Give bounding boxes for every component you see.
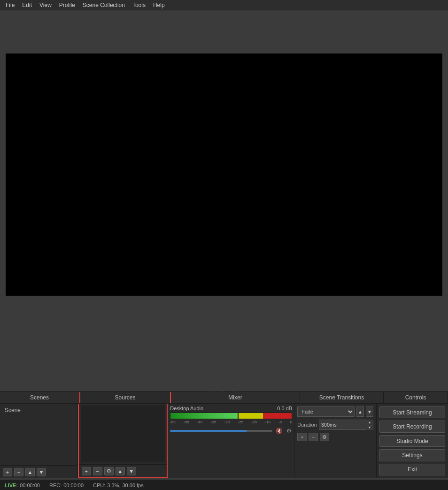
sources-remove-button[interactable]: − xyxy=(93,467,102,475)
menu-file[interactable]: File xyxy=(2,1,18,9)
mixer-channel-desktop: Desktop Audio 0.0 dB -60 -55 -40 -35 -30… xyxy=(170,406,292,435)
controls-panel-header: Controls xyxy=(384,392,448,403)
duration-spinners: ▲ ▼ xyxy=(366,420,373,430)
menu-view[interactable]: View xyxy=(36,1,55,9)
sources-settings-button[interactable]: ⚙ xyxy=(104,467,114,475)
cpu-label: CPU: xyxy=(93,482,105,488)
volume-fill xyxy=(170,430,247,432)
transitions-header-label: Scene Transitions xyxy=(319,394,364,401)
transitions-add-button[interactable]: + xyxy=(297,433,307,441)
transitions-panel-header: Scene Transitions xyxy=(300,392,384,403)
menu-scene-collection[interactable]: Scene Collection xyxy=(79,1,129,9)
transitions-remove-button[interactable]: − xyxy=(309,433,318,441)
meter-red xyxy=(263,413,292,419)
sources-add-button[interactable]: + xyxy=(82,467,91,475)
menubar: File Edit View Profile Scene Collection … xyxy=(0,0,448,10)
sources-up-button[interactable]: ▲ xyxy=(116,467,125,475)
menu-edit[interactable]: Edit xyxy=(18,1,36,9)
panels-header-bar: Scenes Sources · · · · · · · Mixer Scene… xyxy=(0,391,448,404)
scenes-down-button[interactable]: ▼ xyxy=(37,468,46,476)
status-cpu: CPU: 3.3%, 30.00 fps xyxy=(93,482,144,488)
menu-tools[interactable]: Tools xyxy=(129,1,149,9)
live-label: LIVE: xyxy=(5,482,18,488)
scenes-panel: Scene + − ▲ ▼ xyxy=(0,404,78,478)
preview-canvas xyxy=(6,54,442,296)
start-recording-button[interactable]: Start Recording xyxy=(379,421,445,432)
transitions-settings-button[interactable]: ⚙ xyxy=(320,433,329,441)
mixer-settings-button[interactable]: ⚙ xyxy=(286,427,292,435)
bottom-panels: Scenes Sources · · · · · · · Mixer Scene… xyxy=(0,391,448,478)
scenes-header-label: Scenes xyxy=(30,394,49,401)
sources-down-button[interactable]: ▼ xyxy=(127,467,136,475)
sources-panel: + − ⚙ ▲ ▼ xyxy=(78,404,168,478)
fps-value: 30.00 fps xyxy=(122,482,143,488)
sources-toolbar: + − ⚙ ▲ ▼ xyxy=(79,464,167,477)
mixer-controls: 🔇 ⚙ xyxy=(170,427,292,435)
mixer-drag-dots: · · · · · · · xyxy=(209,389,239,394)
rec-time: 00:00:00 xyxy=(63,482,84,488)
scenes-list: Scene xyxy=(0,404,77,465)
settings-button[interactable]: Settings xyxy=(379,449,445,461)
transition-spinner-down[interactable]: ▼ xyxy=(366,406,373,417)
duration-input-wrap: 300ms ▲ ▼ xyxy=(319,420,373,430)
transitions-add-row: + − ⚙ xyxy=(297,433,373,441)
sources-panel-header: Sources xyxy=(79,392,171,403)
scene-item[interactable]: Scene xyxy=(2,406,76,415)
live-time: 00:00:00 xyxy=(20,482,40,488)
mute-button[interactable]: 🔇 xyxy=(275,427,283,435)
sources-list xyxy=(81,406,165,462)
scenes-up-button[interactable]: ▲ xyxy=(25,468,35,476)
duration-row: Duration 300ms ▲ ▼ xyxy=(297,420,373,430)
channel-db: 0.0 dB xyxy=(277,406,292,411)
scenes-remove-button[interactable]: − xyxy=(14,468,23,476)
mixer-panel-header: · · · · · · · Mixer xyxy=(171,392,300,403)
panels-content: Scene + − ▲ ▼ + − ⚙ ▲ ▼ Desk xyxy=(0,404,448,478)
studio-mode-button[interactable]: Studio Mode xyxy=(379,435,445,447)
meter-container xyxy=(170,413,292,419)
menu-help[interactable]: Help xyxy=(149,1,169,9)
start-streaming-button[interactable]: Start Streaming xyxy=(379,406,445,418)
transition-type-row: Fade ▲ ▼ xyxy=(297,406,373,417)
statusbar: LIVE: 00:00:00 REC: 00:00:00 CPU: 3.3%, … xyxy=(0,480,448,490)
sources-header-label: Sources xyxy=(115,394,135,401)
exit-button[interactable]: Exit xyxy=(379,464,445,475)
transition-type-select[interactable]: Fade xyxy=(297,406,355,417)
rec-label: REC: xyxy=(49,482,62,488)
menu-profile[interactable]: Profile xyxy=(55,1,79,9)
controls-header-label: Controls xyxy=(405,394,426,401)
volume-slider[interactable] xyxy=(170,430,272,432)
channel-name: Desktop Audio xyxy=(170,406,203,411)
transition-spinner-up[interactable]: ▲ xyxy=(356,406,364,417)
mixer-panel: Desktop Audio 0.0 dB -60 -55 -40 -35 -30… xyxy=(168,404,294,478)
meter-green xyxy=(170,413,238,419)
duration-value: 300ms xyxy=(319,422,366,428)
controls-panel: Start Streaming Start Recording Studio M… xyxy=(377,404,448,478)
mixer-header-label: Mixer xyxy=(228,394,242,401)
transitions-panel: Fade ▲ ▼ Duration 300ms ▲ ▼ + − ⚙ xyxy=(294,404,377,478)
duration-spin-down[interactable]: ▼ xyxy=(366,425,373,430)
status-rec: REC: 00:00:00 xyxy=(49,482,84,488)
duration-label: Duration xyxy=(297,422,317,428)
status-live: LIVE: 00:00:00 xyxy=(5,482,40,488)
cpu-value: 3.3%, xyxy=(107,482,120,488)
duration-spin-up[interactable]: ▲ xyxy=(366,420,373,425)
scenes-toolbar: + − ▲ ▼ xyxy=(0,465,77,478)
preview-container xyxy=(0,10,448,344)
meter-labels: -60 -55 -40 -35 -30 -25 -20 -10 -5 0 xyxy=(170,420,292,424)
meter-yellow xyxy=(239,413,263,419)
scenes-add-button[interactable]: + xyxy=(3,468,12,476)
scenes-panel-header: Scenes xyxy=(0,392,79,403)
